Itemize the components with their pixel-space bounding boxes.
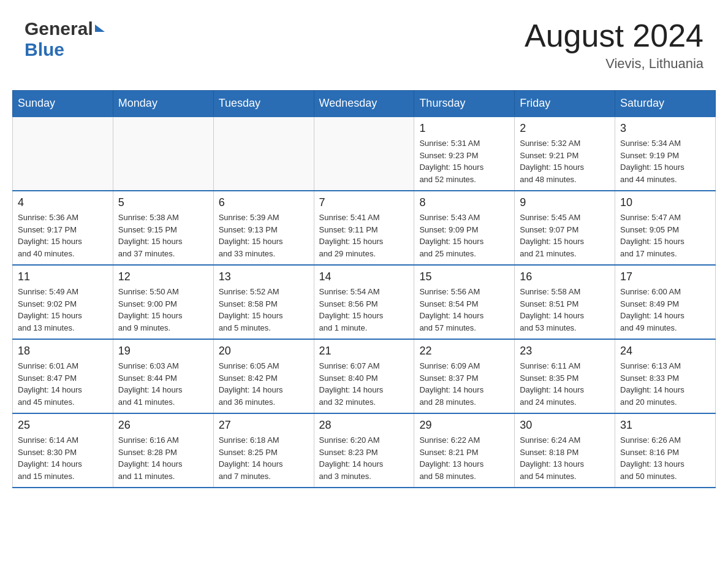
- day-info: Sunrise: 6:18 AMSunset: 8:25 PMDaylight:…: [219, 434, 309, 482]
- day-info: Sunrise: 5:43 AMSunset: 9:09 PMDaylight:…: [419, 212, 509, 259]
- logo-blue-text: Blue: [25, 39, 64, 60]
- logo: General Blue: [25, 18, 105, 60]
- calendar-cell: 31Sunrise: 6:26 AMSunset: 8:16 PMDayligh…: [615, 413, 716, 488]
- day-info: Sunrise: 6:22 AMSunset: 8:21 PMDaylight:…: [419, 434, 509, 482]
- day-number: 26: [118, 419, 208, 432]
- day-info: Sunrise: 5:45 AMSunset: 9:07 PMDaylight:…: [520, 212, 610, 259]
- week-row-4: 18Sunrise: 6:01 AMSunset: 8:47 PMDayligh…: [13, 339, 716, 413]
- calendar-table: SundayMondayTuesdayWednesdayThursdayFrid…: [12, 90, 716, 488]
- day-info: Sunrise: 6:26 AMSunset: 8:16 PMDaylight:…: [620, 434, 710, 482]
- calendar-cell: 12Sunrise: 5:50 AMSunset: 9:00 PMDayligh…: [113, 265, 213, 339]
- day-number: 3: [620, 122, 710, 135]
- day-info: Sunrise: 6:07 AMSunset: 8:40 PMDaylight:…: [319, 360, 409, 408]
- day-info: Sunrise: 6:05 AMSunset: 8:42 PMDaylight:…: [219, 360, 309, 408]
- calendar-cell: 14Sunrise: 5:54 AMSunset: 8:56 PMDayligh…: [314, 265, 414, 339]
- calendar-cell: 28Sunrise: 6:20 AMSunset: 8:23 PMDayligh…: [314, 413, 414, 488]
- calendar-cell: 21Sunrise: 6:07 AMSunset: 8:40 PMDayligh…: [314, 339, 414, 413]
- day-number: 17: [620, 270, 710, 283]
- day-number: 4: [18, 196, 108, 209]
- calendar-cell: [113, 117, 213, 191]
- day-number: 5: [118, 196, 208, 209]
- calendar-cell: 25Sunrise: 6:14 AMSunset: 8:30 PMDayligh…: [13, 413, 113, 488]
- calendar-cell: 4Sunrise: 5:36 AMSunset: 9:17 PMDaylight…: [13, 191, 113, 265]
- calendar-cell: 29Sunrise: 6:22 AMSunset: 8:21 PMDayligh…: [414, 413, 515, 488]
- day-number: 2: [520, 122, 610, 135]
- calendar-header-row: SundayMondayTuesdayWednesdayThursdayFrid…: [13, 91, 716, 117]
- day-header-tuesday: Tuesday: [213, 91, 314, 117]
- day-info: Sunrise: 5:31 AMSunset: 9:23 PMDaylight:…: [419, 137, 509, 185]
- logo-general-line: General: [25, 18, 105, 39]
- title-section: August 2024 Vievis, Lithuania: [525, 18, 703, 72]
- day-number: 30: [520, 419, 610, 432]
- calendar-cell: 22Sunrise: 6:09 AMSunset: 8:37 PMDayligh…: [414, 339, 515, 413]
- day-info: Sunrise: 6:14 AMSunset: 8:30 PMDaylight:…: [18, 434, 108, 482]
- day-number: 22: [419, 345, 509, 358]
- day-info: Sunrise: 5:56 AMSunset: 8:54 PMDaylight:…: [419, 286, 509, 334]
- day-number: 24: [620, 345, 710, 358]
- calendar-cell: 6Sunrise: 5:39 AMSunset: 9:13 PMDaylight…: [213, 191, 314, 265]
- calendar-cell: 15Sunrise: 5:56 AMSunset: 8:54 PMDayligh…: [414, 265, 515, 339]
- day-number: 13: [219, 270, 309, 283]
- day-info: Sunrise: 5:47 AMSunset: 9:05 PMDaylight:…: [620, 212, 710, 259]
- week-row-2: 4Sunrise: 5:36 AMSunset: 9:17 PMDaylight…: [13, 191, 716, 265]
- week-row-5: 25Sunrise: 6:14 AMSunset: 8:30 PMDayligh…: [13, 413, 716, 488]
- day-number: 1: [419, 122, 509, 135]
- day-number: 25: [18, 419, 108, 432]
- day-info: Sunrise: 5:52 AMSunset: 8:58 PMDaylight:…: [219, 286, 309, 334]
- day-number: 6: [219, 196, 309, 209]
- day-header-thursday: Thursday: [414, 91, 515, 117]
- day-info: Sunrise: 6:11 AMSunset: 8:35 PMDaylight:…: [520, 360, 610, 408]
- day-number: 8: [419, 196, 509, 209]
- calendar-cell: 10Sunrise: 5:47 AMSunset: 9:05 PMDayligh…: [615, 191, 716, 265]
- day-number: 21: [319, 345, 409, 358]
- day-header-friday: Friday: [515, 91, 615, 117]
- day-info: Sunrise: 5:38 AMSunset: 9:15 PMDaylight:…: [118, 212, 208, 259]
- day-number: 18: [18, 345, 108, 358]
- calendar-cell: 23Sunrise: 6:11 AMSunset: 8:35 PMDayligh…: [515, 339, 615, 413]
- day-info: Sunrise: 5:36 AMSunset: 9:17 PMDaylight:…: [18, 212, 108, 259]
- calendar-cell: 9Sunrise: 5:45 AMSunset: 9:07 PMDaylight…: [515, 191, 615, 265]
- day-info: Sunrise: 6:01 AMSunset: 8:47 PMDaylight:…: [18, 360, 108, 408]
- day-info: Sunrise: 5:41 AMSunset: 9:11 PMDaylight:…: [319, 212, 409, 259]
- calendar-cell: [213, 117, 314, 191]
- calendar-cell: 8Sunrise: 5:43 AMSunset: 9:09 PMDaylight…: [414, 191, 515, 265]
- day-info: Sunrise: 6:00 AMSunset: 8:49 PMDaylight:…: [620, 286, 710, 334]
- day-number: 28: [319, 419, 409, 432]
- day-info: Sunrise: 5:50 AMSunset: 9:00 PMDaylight:…: [118, 286, 208, 334]
- week-row-1: 1Sunrise: 5:31 AMSunset: 9:23 PMDaylight…: [13, 117, 716, 191]
- day-number: 23: [520, 345, 610, 358]
- header: General Blue August 2024 Vievis, Lithuan…: [12, 12, 716, 78]
- calendar-cell: 27Sunrise: 6:18 AMSunset: 8:25 PMDayligh…: [213, 413, 314, 488]
- day-info: Sunrise: 5:32 AMSunset: 9:21 PMDaylight:…: [520, 137, 610, 185]
- calendar-cell: 30Sunrise: 6:24 AMSunset: 8:18 PMDayligh…: [515, 413, 615, 488]
- calendar-title: August 2024: [525, 18, 703, 53]
- calendar-cell: 24Sunrise: 6:13 AMSunset: 8:33 PMDayligh…: [615, 339, 716, 413]
- calendar-cell: 19Sunrise: 6:03 AMSunset: 8:44 PMDayligh…: [113, 339, 213, 413]
- calendar-cell: 11Sunrise: 5:49 AMSunset: 9:02 PMDayligh…: [13, 265, 113, 339]
- logo-general-text: General: [25, 18, 93, 39]
- day-info: Sunrise: 5:49 AMSunset: 9:02 PMDaylight:…: [18, 286, 108, 334]
- calendar-cell: 20Sunrise: 6:05 AMSunset: 8:42 PMDayligh…: [213, 339, 314, 413]
- day-info: Sunrise: 6:13 AMSunset: 8:33 PMDaylight:…: [620, 360, 710, 408]
- calendar-cell: 7Sunrise: 5:41 AMSunset: 9:11 PMDaylight…: [314, 191, 414, 265]
- calendar-cell: 2Sunrise: 5:32 AMSunset: 9:21 PMDaylight…: [515, 117, 615, 191]
- day-info: Sunrise: 6:16 AMSunset: 8:28 PMDaylight:…: [118, 434, 208, 482]
- calendar-cell: 1Sunrise: 5:31 AMSunset: 9:23 PMDaylight…: [414, 117, 515, 191]
- calendar-cell: 17Sunrise: 6:00 AMSunset: 8:49 PMDayligh…: [615, 265, 716, 339]
- day-number: 27: [219, 419, 309, 432]
- calendar-cell: 5Sunrise: 5:38 AMSunset: 9:15 PMDaylight…: [113, 191, 213, 265]
- day-number: 20: [219, 345, 309, 358]
- calendar-cell: 18Sunrise: 6:01 AMSunset: 8:47 PMDayligh…: [13, 339, 113, 413]
- day-number: 31: [620, 419, 710, 432]
- calendar-cell: 13Sunrise: 5:52 AMSunset: 8:58 PMDayligh…: [213, 265, 314, 339]
- day-info: Sunrise: 5:39 AMSunset: 9:13 PMDaylight:…: [219, 212, 309, 259]
- day-number: 29: [419, 419, 509, 432]
- day-number: 16: [520, 270, 610, 283]
- day-number: 9: [520, 196, 610, 209]
- day-header-saturday: Saturday: [615, 91, 716, 117]
- day-number: 7: [319, 196, 409, 209]
- calendar-subtitle: Vievis, Lithuania: [525, 56, 703, 72]
- day-info: Sunrise: 5:58 AMSunset: 8:51 PMDaylight:…: [520, 286, 610, 334]
- day-number: 12: [118, 270, 208, 283]
- day-info: Sunrise: 6:20 AMSunset: 8:23 PMDaylight:…: [319, 434, 409, 482]
